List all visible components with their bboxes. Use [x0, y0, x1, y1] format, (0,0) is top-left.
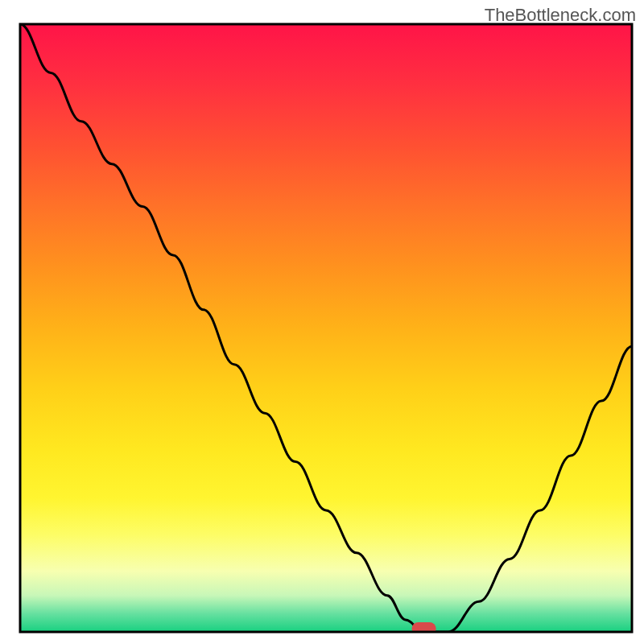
gradient-background: [20, 24, 632, 632]
minimum-marker: [412, 622, 436, 635]
chart-container: TheBottleneck.com: [0, 0, 644, 644]
bottleneck-chart: [0, 0, 644, 644]
watermark-text: TheBottleneck.com: [485, 5, 636, 26]
